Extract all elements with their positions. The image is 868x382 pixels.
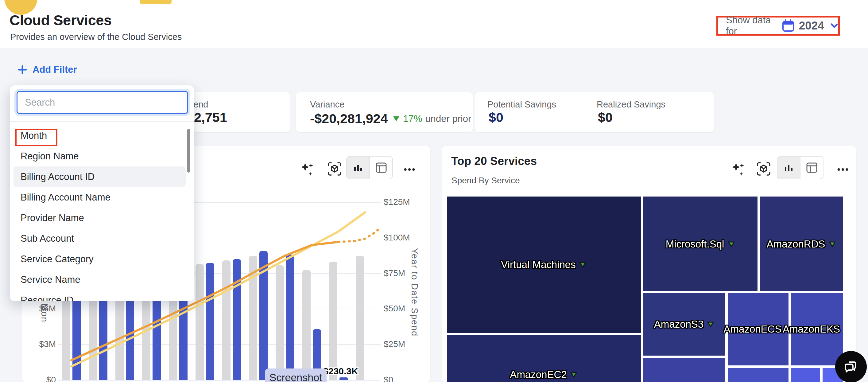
filter-item-region-name[interactable]: Region Name	[10, 146, 194, 167]
trend-down-icon	[579, 261, 587, 268]
treemap-subtitle: Spend By Service	[452, 176, 520, 185]
realized-savings-label: Realized Savings	[597, 99, 665, 110]
right-axis-title: Year to Date Spend	[409, 248, 420, 336]
variance-delta-note: under prior y	[425, 113, 473, 124]
realized-savings-value: $0	[598, 110, 613, 125]
potential-savings-value: $0	[489, 110, 503, 125]
tile-label-text: AmazonS3	[654, 318, 704, 330]
year-selector-value: 2024	[799, 19, 824, 32]
year-selector[interactable]: Show data for 2024	[716, 16, 840, 36]
trend-down-icon	[727, 240, 735, 248]
explore-3d-icon[interactable]	[754, 160, 773, 178]
calendar-icon	[781, 19, 795, 33]
screenshot-tooltip[interactable]: Screenshot	[265, 369, 327, 382]
add-filter-button[interactable]: Add Filter	[17, 64, 77, 75]
tab-fragment	[140, 0, 172, 4]
treemap-tile-label: AmazonEKS	[783, 323, 843, 335]
page-header: Cloud Services Provides an overview of t…	[0, 0, 868, 48]
plus-icon	[17, 64, 28, 75]
filter-item-billing-account-id[interactable]: Billing Account ID	[13, 167, 186, 187]
filter-item-billing-account-name[interactable]: Billing Account Name	[10, 187, 194, 208]
bar-chart-icon	[784, 163, 794, 173]
page-title: Cloud Services	[9, 12, 112, 29]
trend-down-icon	[393, 116, 400, 122]
treemap-tile-label: Microsoft.Sql	[666, 238, 735, 250]
view-toggle	[777, 156, 824, 179]
trend-down-icon	[707, 321, 715, 328]
filter-list: MonthRegion NameBilling Account IDBillin…	[10, 125, 194, 301]
variance-delta-pct: 17%	[403, 113, 422, 124]
spend-value-fragment: 2,751	[194, 110, 227, 125]
table-view-button[interactable]	[800, 156, 823, 179]
app-root: Cloud Services Provides an overview of t…	[0, 0, 868, 382]
divider	[10, 121, 194, 122]
treemap-tile-label: AmazonEC2	[510, 369, 578, 380]
tile-label-text: Microsoft.Sql	[666, 238, 724, 250]
filter-item-service-category[interactable]: Service Category	[10, 249, 194, 269]
spend-label-fragment: end	[193, 99, 208, 110]
search-input[interactable]	[17, 91, 188, 114]
filter-item-provider-name[interactable]: Provider Name	[10, 208, 194, 228]
year-selector-label: Show data for	[726, 15, 774, 37]
page-subtitle: Provides an overview of the Cloud Servic…	[10, 32, 182, 42]
treemap-tile-label: AmazonRDS	[767, 238, 836, 250]
trend-down-icon	[570, 371, 578, 378]
left-axis-title: Mon	[39, 303, 50, 322]
treemap-tile-label: AmazonECS	[724, 323, 793, 335]
treemap-title: Top 20 Services	[451, 155, 537, 168]
kpi-card-variance: Variance -$20,281,924 17% under prior y	[296, 92, 473, 133]
filter-item-month[interactable]: Month	[10, 125, 194, 146]
treemap-tile[interactable]	[643, 358, 725, 382]
variance-value: -$20,281,924	[310, 111, 388, 126]
tile-label-text: Virtual Machines	[501, 259, 576, 270]
treemap-tile-label: AmazonS3	[654, 318, 715, 330]
line-ytd-forecast	[339, 227, 381, 242]
top-services-card: Top 20 Services Spend By Service	[442, 146, 856, 382]
treemap: Virtual MachinesAmazonEC2Microsoft.SqlAm…	[447, 197, 843, 382]
tile-label-text: AmazonECS	[724, 323, 782, 335]
filter-dropdown-panel: MonthRegion NameBilling Account IDBillin…	[10, 85, 194, 301]
chevron-down-icon	[830, 23, 838, 29]
scrollbar[interactable]	[187, 129, 190, 173]
bar-view-button[interactable]	[777, 156, 800, 179]
more-options-icon[interactable]	[835, 162, 850, 177]
filter-item-resource-id[interactable]: Resource ID	[10, 290, 194, 301]
table-icon	[806, 162, 818, 173]
ai-sparkles-icon[interactable]	[729, 160, 746, 177]
trend-down-icon	[828, 240, 836, 248]
add-filter-label: Add Filter	[33, 64, 77, 75]
treemap-tile[interactable]	[791, 368, 820, 382]
variance-label: Variance	[310, 99, 344, 110]
chat-icon	[843, 359, 859, 375]
filter-item-sub-account[interactable]: Sub Account	[10, 228, 194, 249]
tile-label-text: AmazonEKS	[783, 323, 840, 335]
potential-savings-label: Potential Savings	[487, 99, 556, 110]
tile-label-text: AmazonRDS	[767, 238, 825, 250]
filter-item-service-name[interactable]: Service Name	[10, 269, 194, 290]
chat-button[interactable]	[835, 351, 867, 382]
tile-label-text: AmazonEC2	[510, 369, 567, 380]
kpi-card-savings: Potential Savings $0 Realized Savings $0	[475, 92, 714, 133]
treemap-tile[interactable]	[728, 368, 788, 382]
treemap-tile-label: Virtual Machines	[501, 259, 587, 270]
